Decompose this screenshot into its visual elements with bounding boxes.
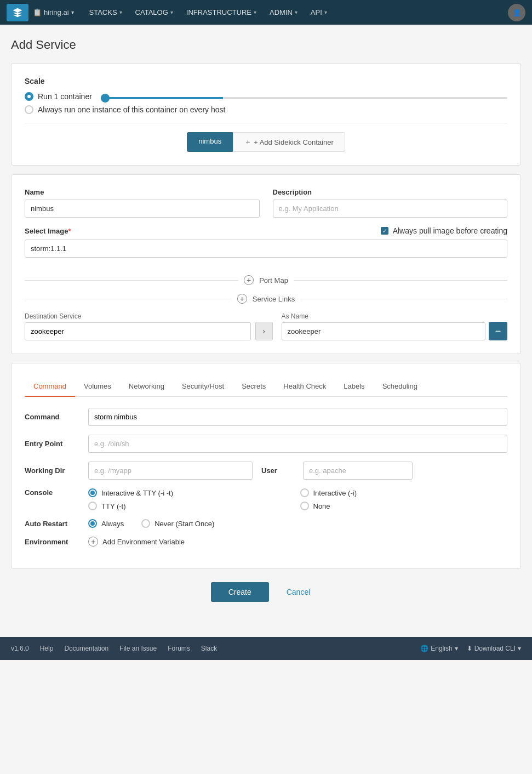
run-1-radio[interactable] <box>25 92 33 101</box>
scale-slider[interactable] <box>101 97 507 99</box>
run-1-container-option[interactable]: Run 1 container <box>25 92 92 101</box>
desc-label: Description <box>273 188 508 196</box>
command-input[interactable] <box>88 408 507 426</box>
workdir-label: Working Dir <box>25 466 79 475</box>
nav-catalog[interactable]: CATALOG ▾ <box>129 0 180 25</box>
restart-opt-0-label: Always <box>101 520 124 528</box>
restart-radio-0[interactable] <box>88 519 97 528</box>
console-radio-3[interactable] <box>300 502 309 510</box>
auto-restart-never[interactable]: Never (Start Once) <box>141 519 214 528</box>
add-env-icon[interactable]: + <box>88 537 98 547</box>
cancel-button[interactable]: Cancel <box>276 582 322 602</box>
restart-radio-1[interactable] <box>141 519 150 528</box>
console-opt-1-label: Interactive (-i) <box>313 489 357 497</box>
console-row: Console Interactive & TTY (-i -t) Intera… <box>25 488 507 510</box>
entry-point-input[interactable] <box>88 435 507 453</box>
desc-group: Description <box>273 188 508 218</box>
always-run-option[interactable]: Always run one instance of this containe… <box>25 105 507 114</box>
dest-service-select-wrap: zookeeper <box>25 322 251 340</box>
nav-stacks[interactable]: STACKS ▾ <box>83 0 129 25</box>
brand-chevron-icon: ▾ <box>71 9 74 15</box>
footer-file-issue[interactable]: File an Issue <box>119 645 157 652</box>
page-content: Add Service Scale Run 1 container Always… <box>0 25 532 615</box>
add-sidekick-tab[interactable]: ＋ + Add Sidekick Container <box>233 132 345 152</box>
remove-service-link-button[interactable]: − <box>489 322 507 340</box>
image-input[interactable] <box>25 240 507 258</box>
dest-service-label: Destination Service <box>25 312 251 320</box>
nav-logo[interactable] <box>7 4 28 21</box>
footer-documentation[interactable]: Documentation <box>64 645 108 652</box>
tab-volumes[interactable]: Volumes <box>75 377 120 397</box>
nav-api[interactable]: API ▾ <box>304 0 334 25</box>
console-tty[interactable]: TTY (-t) <box>88 502 296 510</box>
always-pull-checkbox-row[interactable]: Always pull image before creating <box>381 226 507 235</box>
console-radio-1[interactable] <box>300 488 309 497</box>
command-field-label: Command <box>25 413 79 421</box>
tab-networking[interactable]: Networking <box>120 377 173 397</box>
tab-command[interactable]: Command <box>25 377 75 397</box>
stacks-chevron-icon: ▾ <box>119 9 122 15</box>
add-port-icon[interactable]: + <box>244 275 254 285</box>
lang-chevron-icon: ▾ <box>455 645 458 652</box>
scale-label: Scale <box>25 77 507 86</box>
api-chevron-icon: ▾ <box>324 9 327 15</box>
console-interactive[interactable]: Interactive (-i) <box>300 488 508 497</box>
auto-restart-always[interactable]: Always <box>88 519 124 528</box>
footer-slack[interactable]: Slack <box>201 645 217 652</box>
desc-input[interactable] <box>273 200 508 218</box>
service-links-divider: + Service Links <box>25 294 507 304</box>
service-links-label: Service Links <box>253 295 295 303</box>
tab-labels[interactable]: Labels <box>335 377 373 397</box>
footer-download-cli[interactable]: ⬇ Download CLI ▾ <box>467 645 521 652</box>
console-opt-0-label: Interactive & TTY (-i -t) <box>101 489 173 497</box>
restart-opt-1-label: Never (Start Once) <box>155 520 214 528</box>
workdir-input[interactable] <box>88 462 253 480</box>
add-service-link-icon[interactable]: + <box>237 294 247 304</box>
workdir-user-row: Working Dir User <box>25 462 507 480</box>
top-navigation: 📋 hiring.ai ▾ STACKS ▾ CATALOG ▾ INFRAST… <box>0 0 532 25</box>
tab-security-host[interactable]: Security/Host <box>173 377 233 397</box>
footer: v1.6.0 Help Documentation File an Issue … <box>0 637 532 660</box>
dest-service-select[interactable]: zookeeper <box>25 322 251 340</box>
name-input[interactable] <box>25 200 260 218</box>
service-link-arrow: › <box>255 322 273 340</box>
command-card: Command Volumes Networking Security/Host… <box>11 363 521 569</box>
dest-service-col: Destination Service zookeeper <box>25 312 251 340</box>
always-pull-checkbox[interactable] <box>381 227 388 235</box>
download-icon: ⬇ <box>467 645 472 652</box>
user-input[interactable] <box>303 462 413 480</box>
page-title: Add Service <box>11 38 521 52</box>
download-chevron-icon: ▾ <box>518 645 521 652</box>
name-desc-row: Name Description <box>25 188 507 218</box>
console-radio-0[interactable] <box>88 488 97 497</box>
console-options: Interactive & TTY (-i -t) Interactive (-… <box>88 488 507 510</box>
image-label: Select Image* <box>25 227 71 235</box>
nav-infrastructure[interactable]: INFRASTRUCTURE ▾ <box>180 0 263 25</box>
add-env-var-button[interactable]: + Add Environment Variable <box>88 537 185 547</box>
as-name-input[interactable] <box>282 322 486 340</box>
console-radio-2[interactable] <box>88 502 97 510</box>
command-field-row: Command <box>25 408 507 426</box>
footer-forums[interactable]: Forums <box>168 645 190 652</box>
console-interactive-tty[interactable]: Interactive & TTY (-i -t) <box>88 488 296 497</box>
console-none[interactable]: None <box>300 502 508 510</box>
tab-health-check[interactable]: Health Check <box>274 377 335 397</box>
globe-icon: 🌐 <box>420 645 428 652</box>
tab-scheduling[interactable]: Scheduling <box>374 377 426 397</box>
admin-chevron-icon: ▾ <box>295 9 298 15</box>
env-label: Environment <box>25 538 79 546</box>
tab-secrets[interactable]: Secrets <box>233 377 274 397</box>
auto-restart-row: Auto Restart Always Never (Start Once) <box>25 519 507 528</box>
create-button[interactable]: Create <box>211 582 269 602</box>
as-name-col: As Name − <box>282 312 508 340</box>
always-run-radio[interactable] <box>25 105 33 114</box>
always-pull-label: Always pull image before creating <box>393 226 507 235</box>
nimbus-tab[interactable]: nimbus <box>187 132 233 152</box>
nav-brand[interactable]: 📋 hiring.ai ▾ <box>33 8 74 16</box>
nav-admin[interactable]: ADMIN ▾ <box>263 0 304 25</box>
footer-language[interactable]: 🌐 English ▾ <box>420 645 457 652</box>
infra-chevron-icon: ▾ <box>254 9 256 15</box>
image-row-header: Select Image* Always pull image before c… <box>25 226 507 235</box>
user-avatar[interactable]: 👤 <box>508 4 525 21</box>
footer-help[interactable]: Help <box>40 645 54 652</box>
